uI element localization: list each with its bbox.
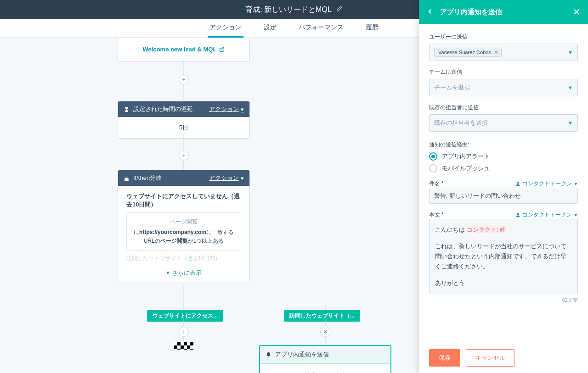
panel-header: アプリ内通知を送信 ✕ [419,0,588,24]
tab-actions[interactable]: アクション [208,19,243,38]
panel-body: ユーザーに送信 Vanessa Suarez Cobos ✕ ▼ チームに送信 … [419,24,588,38]
label-send-user: ユーザーに送信 [429,33,578,38]
panel-title: アプリ内通知を送信 [440,8,566,17]
side-panel: アプリ内通知を送信 ✕ ユーザーに送信 Vanessa Suarez Cobos… [419,0,588,38]
title-text: 育成: 新しいリードとMQL [245,5,332,15]
tab-settings[interactable]: 設定 [262,19,278,38]
panel-close-button[interactable]: ✕ [573,6,581,17]
tab-history[interactable]: 履歴 [364,19,380,38]
edit-title-icon[interactable] [336,6,343,14]
panel-back-button[interactable] [426,8,434,17]
tab-performance[interactable]: パフォーマンス [297,19,345,38]
workflow-title: 育成: 新しいリードとMQL [245,5,343,15]
